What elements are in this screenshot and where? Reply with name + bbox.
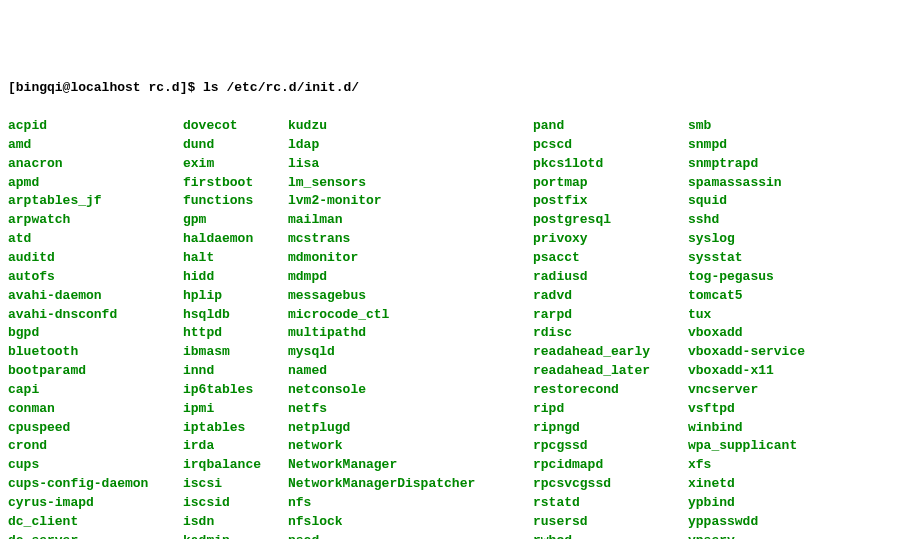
file-entry: firstboot [183, 174, 288, 193]
file-entry: restorecond [533, 381, 688, 400]
file-entry: anacron [8, 155, 183, 174]
file-entry: netfs [288, 400, 533, 419]
file-entry: ldap [288, 136, 533, 155]
file-entry: lisa [288, 155, 533, 174]
file-entry: yppasswdd [688, 513, 843, 532]
file-entry: dund [183, 136, 288, 155]
file-entry: irqbalance [183, 456, 288, 475]
file-entry: sysstat [688, 249, 843, 268]
file-entry: cups [8, 456, 183, 475]
listing-column: kudzuldaplisalm_sensorslvm2-monitormailm… [288, 117, 533, 539]
file-entry: tomcat5 [688, 287, 843, 306]
listing-column: pandpcscdpkcs1lotdportmappostfixpostgres… [533, 117, 688, 539]
file-entry: dc_client [8, 513, 183, 532]
listing-column: dovecotdundeximfirstbootfunctionsgpmhald… [183, 117, 288, 539]
file-entry: vboxadd-service [688, 343, 843, 362]
file-entry: rdisc [533, 324, 688, 343]
file-entry: netconsole [288, 381, 533, 400]
file-entry: vncserver [688, 381, 843, 400]
file-entry: iscsid [183, 494, 288, 513]
file-entry: atd [8, 230, 183, 249]
file-entry: halt [183, 249, 288, 268]
file-entry: kadmin [183, 532, 288, 539]
file-entry: spamassassin [688, 174, 843, 193]
file-entry: bgpd [8, 324, 183, 343]
file-entry: mailman [288, 211, 533, 230]
file-entry: ibmasm [183, 343, 288, 362]
file-entry: microcode_ctl [288, 306, 533, 325]
file-entry: NetworkManager [288, 456, 533, 475]
file-entry: messagebus [288, 287, 533, 306]
listing-column: smbsnmpdsnmptrapdspamassassinsquidsshdsy… [688, 117, 843, 539]
file-entry: xfs [688, 456, 843, 475]
file-entry: xinetd [688, 475, 843, 494]
file-entry: isdn [183, 513, 288, 532]
file-entry: avahi-dnsconfd [8, 306, 183, 325]
file-entry: mysqld [288, 343, 533, 362]
file-entry: rusersd [533, 513, 688, 532]
file-entry: gpm [183, 211, 288, 230]
file-entry: dovecot [183, 117, 288, 136]
file-entry: mdmpd [288, 268, 533, 287]
file-entry: named [288, 362, 533, 381]
file-entry: nfslock [288, 513, 533, 532]
file-entry: snmpd [688, 136, 843, 155]
file-entry: readahead_later [533, 362, 688, 381]
file-entry: rpcidmapd [533, 456, 688, 475]
file-entry: innd [183, 362, 288, 381]
file-entry: cpuspeed [8, 419, 183, 438]
file-entry: apmd [8, 174, 183, 193]
file-entry: dc_server [8, 532, 183, 539]
file-entry: psacct [533, 249, 688, 268]
file-entry: avahi-daemon [8, 287, 183, 306]
file-entry: kudzu [288, 117, 533, 136]
file-entry: ripngd [533, 419, 688, 438]
file-entry: tux [688, 306, 843, 325]
file-entry: radvd [533, 287, 688, 306]
file-entry: mdmonitor [288, 249, 533, 268]
file-entry: ripd [533, 400, 688, 419]
file-listing: acpidamdanacronapmdarptables_jfarpwatcha… [8, 117, 906, 539]
file-entry: auditd [8, 249, 183, 268]
file-entry: irda [183, 437, 288, 456]
file-entry: arptables_jf [8, 192, 183, 211]
file-entry: ypserv [688, 532, 843, 539]
file-entry: hsqldb [183, 306, 288, 325]
file-entry: squid [688, 192, 843, 211]
file-entry: radiusd [533, 268, 688, 287]
file-entry: readahead_early [533, 343, 688, 362]
file-entry: NetworkManagerDispatcher [288, 475, 533, 494]
prompt-user-host-path: [bingqi@localhost rc.d]$ [8, 80, 195, 95]
file-entry: rarpd [533, 306, 688, 325]
file-entry: privoxy [533, 230, 688, 249]
file-entry: arpwatch [8, 211, 183, 230]
file-entry: iptables [183, 419, 288, 438]
file-entry: ypbind [688, 494, 843, 513]
file-entry: postgresql [533, 211, 688, 230]
file-entry: rpcgssd [533, 437, 688, 456]
prompt-line: [bingqi@localhost rc.d]$ ls /etc/rc.d/in… [8, 79, 906, 98]
file-entry: vboxadd [688, 324, 843, 343]
file-entry: nfs [288, 494, 533, 513]
file-entry: functions [183, 192, 288, 211]
prompt-command: ls /etc/rc.d/init.d/ [203, 80, 359, 95]
file-entry: acpid [8, 117, 183, 136]
file-entry: smb [688, 117, 843, 136]
file-entry: rpcsvcgssd [533, 475, 688, 494]
file-entry: vsftpd [688, 400, 843, 419]
file-entry: pkcs1lotd [533, 155, 688, 174]
file-entry: pcscd [533, 136, 688, 155]
file-entry: nscd [288, 532, 533, 539]
file-entry: hidd [183, 268, 288, 287]
file-entry: syslog [688, 230, 843, 249]
listing-column: acpidamdanacronapmdarptables_jfarpwatcha… [8, 117, 183, 539]
file-entry: autofs [8, 268, 183, 287]
file-entry: bootparamd [8, 362, 183, 381]
file-entry: haldaemon [183, 230, 288, 249]
file-entry: crond [8, 437, 183, 456]
file-entry: cups-config-daemon [8, 475, 183, 494]
file-entry: mcstrans [288, 230, 533, 249]
file-entry: lm_sensors [288, 174, 533, 193]
file-entry: postfix [533, 192, 688, 211]
file-entry: amd [8, 136, 183, 155]
